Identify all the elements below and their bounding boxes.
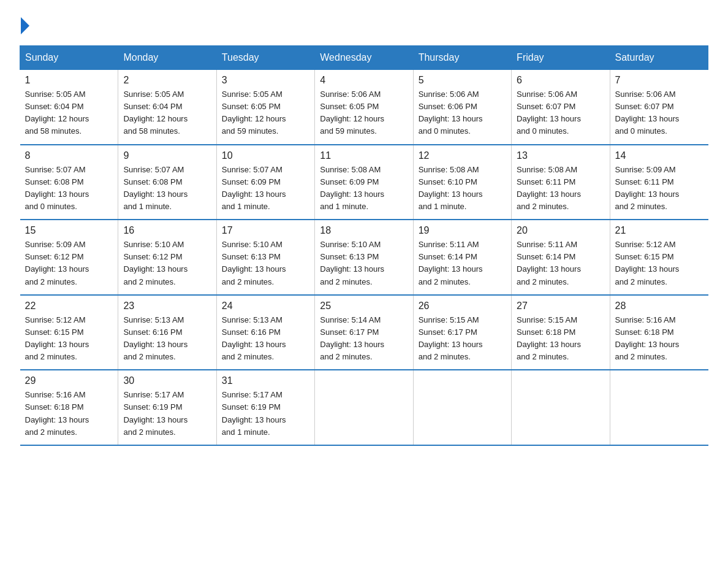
day-number: 22 <box>25 301 113 312</box>
daylight-text: Daylight: 12 hoursand 58 minutes. <box>123 114 188 136</box>
day-number: 17 <box>222 225 309 236</box>
day-number: 28 <box>615 301 703 312</box>
sunrise-text: Sunrise: 5:15 AM <box>419 315 479 324</box>
calendar-cell: 4 Sunrise: 5:06 AM Sunset: 6:05 PM Dayli… <box>315 70 413 145</box>
column-header-sunday: Sunday <box>20 46 118 70</box>
column-header-wednesday: Wednesday <box>315 46 413 70</box>
logo-triangle-icon <box>21 17 29 34</box>
daylight-text: Daylight: 13 hoursand 2 minutes. <box>222 264 286 286</box>
sunrise-text: Sunrise: 5:07 AM <box>222 165 282 174</box>
day-info: Sunrise: 5:17 AM Sunset: 6:19 PM Dayligh… <box>123 389 211 439</box>
day-info: Sunrise: 5:11 AM Sunset: 6:14 PM Dayligh… <box>517 239 604 288</box>
sunrise-text: Sunrise: 5:10 AM <box>320 240 381 249</box>
day-info: Sunrise: 5:09 AM Sunset: 6:11 PM Dayligh… <box>615 164 703 213</box>
calendar-cell: 18 Sunrise: 5:10 AM Sunset: 6:13 PM Dayl… <box>315 220 413 295</box>
daylight-text: Daylight: 13 hoursand 2 minutes. <box>517 264 581 286</box>
day-info: Sunrise: 5:08 AM Sunset: 6:11 PM Dayligh… <box>517 164 604 213</box>
sunrise-text: Sunrise: 5:07 AM <box>25 165 86 174</box>
day-info: Sunrise: 5:07 AM Sunset: 6:09 PM Dayligh… <box>222 164 309 213</box>
sunset-text: Sunset: 6:09 PM <box>320 177 379 186</box>
column-header-tuesday: Tuesday <box>216 46 314 70</box>
calendar-cell: 25 Sunrise: 5:14 AM Sunset: 6:17 PM Dayl… <box>315 295 413 370</box>
sunrise-text: Sunrise: 5:10 AM <box>123 240 184 249</box>
day-number: 21 <box>615 225 703 236</box>
day-info: Sunrise: 5:13 AM Sunset: 6:16 PM Dayligh… <box>222 314 309 364</box>
calendar-cell: 30 Sunrise: 5:17 AM Sunset: 6:19 PM Dayl… <box>118 370 216 445</box>
calendar-cell: 22 Sunrise: 5:12 AM Sunset: 6:15 PM Dayl… <box>20 295 118 370</box>
daylight-text: Daylight: 13 hoursand 0 minutes. <box>25 190 89 211</box>
day-number: 30 <box>123 375 211 386</box>
sunset-text: Sunset: 6:08 PM <box>25 177 84 186</box>
sunset-text: Sunset: 6:12 PM <box>25 252 84 261</box>
day-number: 3 <box>222 75 309 86</box>
day-info: Sunrise: 5:05 AM Sunset: 6:04 PM Dayligh… <box>25 88 113 138</box>
day-info: Sunrise: 5:09 AM Sunset: 6:12 PM Dayligh… <box>25 239 113 288</box>
sunset-text: Sunset: 6:05 PM <box>222 102 281 111</box>
calendar-cell: 27 Sunrise: 5:15 AM Sunset: 6:18 PM Dayl… <box>512 295 610 370</box>
calendar-cell: 6 Sunrise: 5:06 AM Sunset: 6:07 PM Dayli… <box>512 70 610 145</box>
calendar-week-row: 8 Sunrise: 5:07 AM Sunset: 6:08 PM Dayli… <box>20 145 708 220</box>
day-number: 29 <box>25 375 113 386</box>
sunrise-text: Sunrise: 5:14 AM <box>320 315 381 324</box>
day-info: Sunrise: 5:07 AM Sunset: 6:08 PM Dayligh… <box>25 164 113 213</box>
calendar-cell: 29 Sunrise: 5:16 AM Sunset: 6:18 PM Dayl… <box>20 370 118 445</box>
daylight-text: Daylight: 13 hoursand 2 minutes. <box>615 190 680 211</box>
sunset-text: Sunset: 6:11 PM <box>517 177 575 186</box>
calendar-cell: 31 Sunrise: 5:17 AM Sunset: 6:19 PM Dayl… <box>216 370 314 445</box>
calendar-week-row: 22 Sunrise: 5:12 AM Sunset: 6:15 PM Dayl… <box>20 295 708 370</box>
sunset-text: Sunset: 6:09 PM <box>222 177 281 186</box>
sunset-text: Sunset: 6:07 PM <box>615 102 674 111</box>
day-info: Sunrise: 5:08 AM Sunset: 6:09 PM Dayligh… <box>320 164 408 213</box>
logo <box>20 15 29 34</box>
sunrise-text: Sunrise: 5:06 AM <box>320 90 381 99</box>
calendar-cell: 16 Sunrise: 5:10 AM Sunset: 6:12 PM Dayl… <box>118 220 216 295</box>
calendar-cell: 21 Sunrise: 5:12 AM Sunset: 6:15 PM Dayl… <box>610 220 708 295</box>
sunrise-text: Sunrise: 5:11 AM <box>517 240 577 249</box>
day-number: 4 <box>320 75 408 86</box>
daylight-text: Daylight: 13 hoursand 2 minutes. <box>615 340 680 361</box>
daylight-text: Daylight: 13 hoursand 2 minutes. <box>123 264 188 286</box>
calendar-week-row: 1 Sunrise: 5:05 AM Sunset: 6:04 PM Dayli… <box>20 70 708 145</box>
daylight-text: Daylight: 13 hoursand 2 minutes. <box>615 264 680 286</box>
sunset-text: Sunset: 6:19 PM <box>123 402 182 412</box>
day-info: Sunrise: 5:15 AM Sunset: 6:18 PM Dayligh… <box>517 314 604 364</box>
calendar-cell: 26 Sunrise: 5:15 AM Sunset: 6:17 PM Dayl… <box>413 295 511 370</box>
sunrise-text: Sunrise: 5:06 AM <box>517 90 577 99</box>
calendar-cell: 8 Sunrise: 5:07 AM Sunset: 6:08 PM Dayli… <box>20 145 118 220</box>
calendar-cell: 1 Sunrise: 5:05 AM Sunset: 6:04 PM Dayli… <box>20 70 118 145</box>
day-number: 18 <box>320 225 408 236</box>
day-info: Sunrise: 5:10 AM Sunset: 6:12 PM Dayligh… <box>123 239 211 288</box>
day-number: 27 <box>517 301 604 312</box>
sunrise-text: Sunrise: 5:16 AM <box>615 315 676 324</box>
daylight-text: Daylight: 12 hoursand 59 minutes. <box>320 114 384 136</box>
calendar-cell: 24 Sunrise: 5:13 AM Sunset: 6:16 PM Dayl… <box>216 295 314 370</box>
calendar-cell: 13 Sunrise: 5:08 AM Sunset: 6:11 PM Dayl… <box>512 145 610 220</box>
sunset-text: Sunset: 6:14 PM <box>419 252 477 261</box>
day-info: Sunrise: 5:06 AM Sunset: 6:07 PM Dayligh… <box>615 88 703 138</box>
sunset-text: Sunset: 6:18 PM <box>517 327 575 337</box>
daylight-text: Daylight: 13 hoursand 2 minutes. <box>123 415 188 437</box>
sunrise-text: Sunrise: 5:05 AM <box>123 90 184 99</box>
sunrise-text: Sunrise: 5:12 AM <box>615 240 676 249</box>
daylight-text: Daylight: 13 hoursand 0 minutes. <box>517 114 581 136</box>
daylight-text: Daylight: 13 hoursand 2 minutes. <box>25 415 89 437</box>
sunset-text: Sunset: 6:16 PM <box>123 327 182 337</box>
day-info: Sunrise: 5:07 AM Sunset: 6:08 PM Dayligh… <box>123 164 211 213</box>
day-number: 5 <box>419 75 506 86</box>
daylight-text: Daylight: 13 hoursand 1 minute. <box>320 190 384 211</box>
sunset-text: Sunset: 6:13 PM <box>320 252 379 261</box>
sunset-text: Sunset: 6:14 PM <box>517 252 575 261</box>
day-number: 7 <box>615 75 703 86</box>
daylight-text: Daylight: 13 hoursand 1 minute. <box>123 190 188 211</box>
calendar-header-row: SundayMondayTuesdayWednesdayThursdayFrid… <box>20 46 708 70</box>
sunset-text: Sunset: 6:18 PM <box>25 402 84 412</box>
daylight-text: Daylight: 13 hoursand 2 minutes. <box>123 340 188 361</box>
day-number: 31 <box>222 375 309 386</box>
calendar-cell: 23 Sunrise: 5:13 AM Sunset: 6:16 PM Dayl… <box>118 295 216 370</box>
calendar-cell: 11 Sunrise: 5:08 AM Sunset: 6:09 PM Dayl… <box>315 145 413 220</box>
sunrise-text: Sunrise: 5:10 AM <box>222 240 282 249</box>
calendar-cell: 12 Sunrise: 5:08 AM Sunset: 6:10 PM Dayl… <box>413 145 511 220</box>
daylight-text: Daylight: 13 hoursand 2 minutes. <box>517 340 581 361</box>
day-info: Sunrise: 5:16 AM Sunset: 6:18 PM Dayligh… <box>25 389 113 439</box>
column-header-monday: Monday <box>118 46 216 70</box>
